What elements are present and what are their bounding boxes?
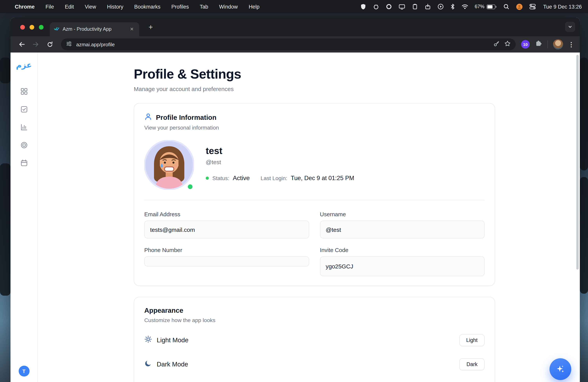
username-input[interactable]: @test [320, 221, 484, 238]
phone-field: Phone Number [144, 247, 309, 276]
invite-code-field: Invite Code ygo25GCJ [320, 247, 484, 276]
moon-icon [144, 360, 152, 369]
cat-icon[interactable] [373, 3, 379, 10]
light-mode-label: Light Mode [157, 336, 189, 344]
page-scrollbar[interactable] [576, 55, 579, 270]
bookmark-star-icon[interactable] [504, 40, 511, 49]
display-icon[interactable] [399, 3, 405, 10]
browser-tab[interactable]: Azm - Productivity App ✕ [50, 22, 139, 36]
site-settings-icon[interactable] [66, 40, 72, 48]
menubar-item-file[interactable]: File [45, 4, 54, 10]
phone-input[interactable] [144, 256, 309, 266]
system-mode-row: System System [144, 381, 484, 382]
invite-code-label: Invite Code [320, 247, 484, 253]
menubar-item-help[interactable]: Help [249, 4, 260, 10]
email-input[interactable]: tests@gmail.com [144, 221, 309, 238]
menubar-item-history[interactable]: History [107, 4, 123, 10]
light-mode-row: Light Mode Light [144, 333, 484, 347]
background-window-fragment [0, 58, 10, 83]
app-sidebar: عزم T [10, 53, 38, 382]
sidebar-item-analytics[interactable] [20, 123, 28, 131]
sidebar-item-calendar[interactable] [20, 159, 28, 167]
window-controls [20, 25, 43, 30]
avatar-illustration [144, 140, 194, 190]
card-subtitle: View your personal information [144, 125, 484, 131]
page-title: Profile & Settings [134, 66, 495, 82]
menubar-item-view[interactable]: View [85, 4, 96, 10]
wifi-icon[interactable] [462, 4, 468, 9]
url-bar[interactable]: azmai.app/profile [61, 39, 516, 50]
web-page: عزم T Profile & Settings Manage your acc… [10, 53, 580, 382]
menubar-item-window[interactable]: Window [219, 4, 238, 10]
sidebar-item-goals[interactable] [20, 141, 28, 149]
search-icon[interactable] [503, 3, 509, 10]
zoom-window-button[interactable] [39, 25, 43, 30]
back-icon[interactable] [16, 39, 28, 50]
browser-toolbar: azmai.app/profile 10 ⋮ [10, 36, 580, 53]
invite-code-input[interactable]: ygo25GCJ [320, 256, 484, 276]
menubar-item-bookmarks[interactable]: Bookmarks [134, 4, 160, 10]
menubar-app-name[interactable]: Chrome [15, 4, 35, 10]
battery-status[interactable]: 67% [475, 4, 496, 9]
download-box-icon[interactable] [424, 3, 431, 10]
sidebar-item-tasks[interactable] [20, 106, 28, 113]
tab-strip: Azm - Productivity App ✕ + [10, 18, 580, 36]
menubar-clock[interactable]: Tue 9 Dec 13:26 [543, 4, 582, 10]
page-subtitle: Manage your account and preferences [134, 85, 495, 92]
forward-icon[interactable] [30, 39, 42, 50]
tab-title: Azm - Productivity App [63, 26, 125, 32]
appearance-card: Appearance Customize how the app looks L… [134, 297, 495, 382]
ring-icon[interactable] [386, 3, 392, 10]
dark-mode-button[interactable]: Dark [460, 358, 484, 370]
profile-notification-badge[interactable]: 10 [521, 40, 530, 49]
menubar-item-edit[interactable]: Edit [65, 4, 74, 10]
shield-icon[interactable] [360, 3, 366, 10]
last-login-label: Last Login: [261, 175, 287, 181]
assistant-fab[interactable] [549, 358, 571, 380]
light-mode-button[interactable]: Light [459, 334, 484, 346]
username-field: Username @test [320, 211, 484, 238]
browser-profile-avatar[interactable] [553, 39, 563, 49]
browser-window: Azm - Productivity App ✕ + azmai.app/pro… [10, 18, 580, 382]
user-avatar-icon[interactable] [516, 3, 523, 10]
close-window-button[interactable] [20, 25, 25, 30]
minimize-window-button[interactable] [30, 25, 34, 30]
online-status-badge [188, 184, 192, 189]
sidebar-item-dashboard[interactable] [20, 87, 28, 95]
new-tab-button[interactable]: + [146, 22, 156, 32]
dark-mode-label: Dark Mode [157, 361, 188, 368]
user-avatar [144, 140, 194, 190]
profile-information-card: Profile Information View your personal i… [134, 103, 495, 286]
person-icon [144, 113, 152, 122]
sun-icon [144, 335, 152, 345]
user-name: test [206, 146, 354, 156]
clipboard-icon[interactable] [412, 3, 418, 10]
background-window-fragment [580, 58, 588, 170]
sidebar-user-avatar[interactable]: T [19, 366, 29, 377]
bluetooth-icon[interactable] [450, 3, 455, 10]
url-text[interactable]: azmai.app/profile [76, 42, 489, 47]
tab-favicon [54, 26, 60, 33]
tab-close-icon[interactable]: ✕ [128, 26, 135, 33]
status-dot [206, 177, 209, 180]
reload-icon[interactable] [44, 39, 56, 50]
macos-menubar: Chrome File Edit View History Bookmarks … [0, 0, 588, 13]
menubar-item-tab[interactable]: Tab [200, 4, 208, 10]
sparkles-icon [556, 364, 565, 374]
username-label: Username [320, 211, 484, 217]
kebab-menu-icon[interactable]: ⋮ [568, 41, 574, 48]
play-circle-icon[interactable] [437, 3, 443, 10]
menubar-item-profiles[interactable]: Profiles [171, 4, 189, 10]
battery-icon [486, 4, 496, 9]
battery-percent: 67% [475, 4, 484, 9]
dark-mode-row: Dark Mode Dark [144, 357, 484, 371]
email-field: Email Address tests@gmail.com [144, 211, 309, 238]
control-center-icon[interactable] [529, 3, 536, 10]
card-title: Appearance [144, 307, 484, 315]
status-value: Active [233, 175, 250, 182]
password-key-icon[interactable] [493, 40, 500, 49]
extensions-puzzle-icon[interactable] [535, 40, 543, 49]
tab-search-chevron-icon[interactable] [565, 22, 575, 32]
status-label: Status: [212, 175, 229, 181]
background-window-fragment [0, 163, 10, 296]
